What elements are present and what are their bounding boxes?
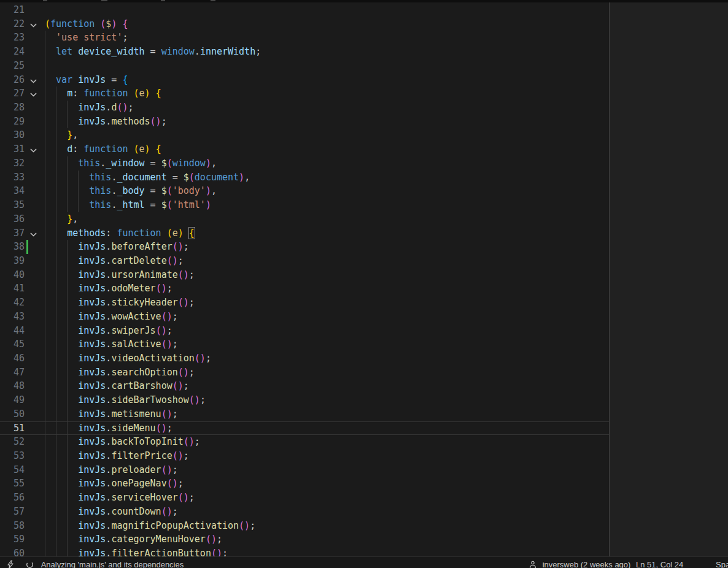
indent-guide	[45, 59, 45, 73]
line-number[interactable]: 59	[0, 532, 25, 547]
line-number[interactable]: 37	[0, 226, 25, 240]
line-number[interactable]: 44	[0, 324, 25, 338]
code-line: 40 invJs.ursorAnimate();	[0, 268, 609, 282]
line-number[interactable]: 26	[0, 73, 25, 87]
code-text[interactable]: m: function (e) {	[45, 86, 161, 101]
fold-chevron-icon[interactable]	[29, 76, 39, 83]
fold-chevron-icon[interactable]	[29, 229, 39, 237]
code-text[interactable]: invJs.filterActionButton();	[45, 547, 228, 556]
line-number[interactable]: 53	[0, 449, 25, 463]
code-text[interactable]: invJs.preloader();	[45, 463, 178, 477]
line-number[interactable]: 58	[0, 519, 25, 533]
line-number[interactable]: 40	[0, 268, 25, 282]
line-number[interactable]: 38	[0, 240, 25, 254]
line-number[interactable]: 27	[0, 86, 25, 101]
code-text[interactable]: this._document = $(document),	[45, 171, 250, 185]
code-text[interactable]: this._html = $('html')	[45, 198, 211, 212]
line-number[interactable]: 34	[0, 184, 25, 198]
code-text[interactable]: this._window = $(window),	[45, 156, 217, 171]
line-number[interactable]: 47	[0, 366, 25, 380]
code-text[interactable]: invJs.d();	[45, 101, 134, 115]
code-text[interactable]: d: function (e) {	[45, 142, 161, 156]
line-number[interactable]: 28	[0, 101, 25, 115]
fold-chevron-icon[interactable]	[29, 90, 39, 97]
code-text[interactable]: },	[45, 212, 78, 226]
code-text[interactable]: invJs.cartBarshow();	[45, 379, 189, 393]
code-text[interactable]: let device_width = window.innerWidth;	[45, 45, 261, 59]
code-text[interactable]: invJs.methods();	[45, 115, 167, 129]
language-status[interactable]: Analyzing 'main.js' and its dependencies	[26, 560, 184, 568]
git-added-gutter-indicator[interactable]	[26, 240, 28, 254]
code-text[interactable]: invJs.backToTopInit();	[45, 435, 200, 449]
code-text[interactable]: this._body = $('body'),	[45, 184, 217, 198]
cursor-position-status[interactable]: Ln 51, Col 24	[636, 560, 683, 568]
line-number[interactable]: 50	[0, 407, 25, 421]
code-text[interactable]: invJs.searchOption();	[45, 366, 195, 380]
line-number[interactable]: 56	[0, 491, 25, 505]
line-number[interactable]: 49	[0, 393, 25, 407]
line-number[interactable]: 22	[0, 17, 25, 31]
line-number[interactable]: 25	[0, 59, 25, 73]
code-editor[interactable]: 2122(function ($) {23 'use strict';24 le…	[0, 0, 610, 556]
code-text[interactable]: invJs.categoryMenuHover();	[45, 532, 222, 547]
line-number[interactable]: 43	[0, 310, 25, 324]
code-text[interactable]: invJs.sideBarTwoshow();	[45, 393, 206, 407]
line-number[interactable]: 24	[0, 45, 25, 59]
code-text[interactable]: invJs.sideMenu();	[45, 421, 172, 436]
code-text[interactable]: invJs.wowActive();	[45, 310, 178, 324]
code-text[interactable]: (function ($) {	[45, 17, 128, 31]
code-text[interactable]: invJs.metismenu();	[45, 407, 178, 421]
fold-chevron-icon[interactable]	[29, 20, 39, 28]
fold-chevron-icon[interactable]	[29, 145, 39, 153]
line-number[interactable]: 52	[0, 435, 25, 449]
editor-sash[interactable]	[609, 0, 610, 556]
code-text[interactable]: invJs.serviceHover();	[45, 491, 195, 505]
code-line: 47 invJs.searchOption();	[0, 366, 609, 380]
line-number[interactable]: 29	[0, 115, 25, 129]
code-line: 29 invJs.methods();	[0, 115, 609, 129]
code-text[interactable]: invJs.swiperJs();	[45, 324, 172, 338]
clipped-text-remnant	[161, 0, 165, 1]
code-text[interactable]: methods: function (e) {	[45, 226, 195, 240]
code-text[interactable]: invJs.onePageNav();	[45, 477, 184, 491]
code-text[interactable]: invJs.magnificPopupActivation();	[45, 519, 255, 533]
code-text[interactable]: invJs.countDown();	[45, 505, 178, 519]
git-blame-status[interactable]: inversweb (2 weeks ago)	[529, 560, 630, 568]
line-number[interactable]: 48	[0, 379, 25, 393]
code-text[interactable]: invJs.odoMeter();	[45, 282, 172, 296]
code-text[interactable]: var invJs = {	[45, 73, 128, 87]
line-number[interactable]: 21	[0, 3, 25, 17]
line-number[interactable]: 23	[0, 31, 25, 45]
line-number[interactable]: 45	[0, 337, 25, 351]
line-number[interactable]: 36	[0, 212, 25, 226]
code-text[interactable]: invJs.cartDelete();	[45, 254, 184, 268]
code-line: 57 invJs.countDown();	[0, 505, 609, 519]
line-number[interactable]: 60	[0, 547, 25, 556]
line-number[interactable]: 30	[0, 128, 25, 142]
code-text[interactable]: invJs.videoActivation();	[45, 351, 211, 366]
clipped-top-row	[0, 0, 728, 2]
code-text[interactable]: invJs.stickyHeader();	[45, 296, 195, 310]
code-text[interactable]: invJs.salActive();	[45, 337, 178, 351]
code-line: 31 d: function (e) {	[0, 142, 609, 156]
line-number[interactable]: 46	[0, 351, 25, 366]
line-number[interactable]: 39	[0, 254, 25, 268]
line-number[interactable]: 51	[0, 421, 25, 436]
line-number[interactable]: 35	[0, 198, 25, 212]
code-text[interactable]: },	[45, 128, 78, 142]
line-number[interactable]: 31	[0, 142, 25, 156]
code-text[interactable]: 'use strict';	[45, 31, 128, 45]
line-number[interactable]: 57	[0, 505, 25, 519]
line-number[interactable]: 33	[0, 171, 25, 185]
line-number[interactable]: 32	[0, 156, 25, 171]
line-number[interactable]: 54	[0, 463, 25, 477]
line-number[interactable]: 55	[0, 477, 25, 491]
line-number[interactable]: 41	[0, 282, 25, 296]
code-text[interactable]: invJs.beforeAfter();	[45, 240, 189, 254]
code-text[interactable]: invJs.ursorAnimate();	[45, 268, 195, 282]
line-number[interactable]: 42	[0, 296, 25, 310]
loading-spinner-icon	[26, 561, 34, 568]
code-text[interactable]: invJs.filterPrice();	[45, 449, 189, 463]
zap-icon[interactable]	[6, 560, 15, 568]
indentation-status[interactable]: Spa	[716, 560, 728, 568]
